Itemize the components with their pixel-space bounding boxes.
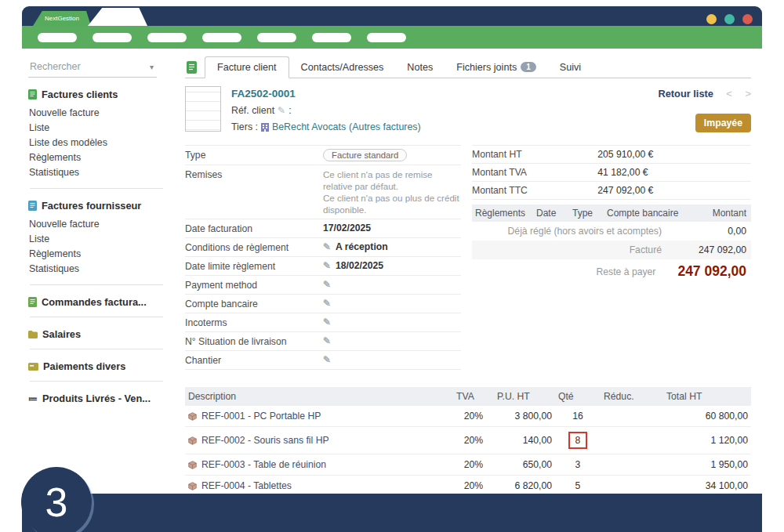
remise-note-2: Ce client n'a pas ou plus de crédit disp…	[323, 192, 461, 215]
field-row-date-limite: Date limite règlement ✎18/02/2025	[185, 257, 461, 276]
product-link[interactable]: REF-0001 - PC Portable HP	[188, 411, 450, 422]
product-link[interactable]: REF-0003 - Table de réuinion	[188, 459, 450, 470]
cell-total: 1 120,00	[663, 427, 751, 454]
sidebar-item-nouvelle-facture[interactable]: Nouvelle facture	[28, 105, 166, 120]
section-header[interactable]: Factures fournisseur	[28, 200, 166, 212]
step-badge: 3	[21, 467, 92, 532]
field-label: Date limite règlement	[185, 260, 323, 272]
remaining-row: Reste à payer 247 092,00	[472, 259, 751, 284]
sidebar-item-statistiques-fournisseur[interactable]: Statistiques	[28, 261, 166, 276]
product-cube-icon	[188, 436, 197, 445]
menu-pill	[312, 33, 351, 42]
edit-pencil-icon[interactable]: ✎	[323, 354, 331, 365]
col-reglements: Règlements	[475, 208, 536, 219]
minimize-dot-icon[interactable]	[706, 14, 717, 24]
lines-header-row: Description TVA P.U. HT Qté Réduc. Total…	[185, 387, 751, 406]
field-row-chantier: Chantier ✎	[185, 351, 461, 370]
sidebar-item-nouvelle-facture-fournisseur[interactable]: Nouvelle facture	[28, 216, 166, 231]
field-label: Type	[185, 149, 323, 161]
sidebar-section-factures-clients: Factures clients Nouvelle facture Liste …	[28, 89, 166, 179]
already-paid-label: Déjà réglé (hors avoirs et acomptes)	[508, 226, 662, 237]
cell-tva: 20%	[453, 427, 494, 454]
tab-contacts-adresses[interactable]: Contacts/Adresses	[289, 57, 396, 78]
search-select[interactable]: Rechercher ▾	[28, 58, 157, 78]
total-label: Montant TTC	[472, 185, 597, 196]
tab-notes[interactable]: Notes	[395, 57, 445, 78]
divider	[30, 349, 163, 349]
sidebar-item-liste-fournisseur[interactable]: Liste	[28, 231, 166, 246]
invoice-doc-icon	[187, 61, 197, 74]
product-desc: REF-0004 - Tablettes	[201, 480, 292, 491]
sidebar-item-liste-modeles[interactable]: Liste des modèles	[28, 135, 166, 150]
ref-client-label: Réf. client	[231, 105, 274, 116]
section-header[interactable]: ≔ Produits Livrés - Ven...	[28, 393, 166, 404]
total-ttc-row: Montant TTC 247 092,00 €	[472, 182, 751, 200]
edit-pencil-icon[interactable]: ✎	[323, 335, 331, 346]
billed-row: Facturé 247 092,00	[472, 241, 751, 259]
tabbar: Facture client Contacts/Adresses Notes F…	[185, 55, 751, 78]
cell-reduc	[601, 406, 663, 427]
product-link[interactable]: REF-0004 - Tablettes	[188, 480, 450, 491]
col-type: Type	[572, 208, 607, 219]
table-row: REF-0003 - Table de réuinion 20% 650,00 …	[185, 454, 751, 476]
chevron-down-icon: ▾	[150, 63, 154, 71]
cell-qty: 16	[555, 406, 601, 427]
qty-highlight-box: 8	[568, 432, 588, 449]
edit-pencil-icon[interactable]: ✎	[323, 279, 331, 290]
invoice-fields-table: Type Facture standard Remises Ce client …	[185, 145, 461, 370]
section-title: Commandes factura...	[42, 296, 147, 308]
section-header[interactable]: Paiements divers	[28, 360, 166, 372]
section-title: Salaires	[42, 328, 81, 340]
menu-pill	[93, 33, 132, 42]
product-link[interactable]: REF-0002 - Souris sans fil HP	[188, 435, 450, 446]
edit-pencil-icon[interactable]: ✎	[278, 105, 285, 116]
edit-pencil-icon[interactable]: ✎	[323, 241, 331, 252]
tab-fichiers-joints[interactable]: Fichiers joints1	[445, 57, 548, 78]
sidebar-section-salaires: Salaires	[28, 328, 166, 340]
field-label: Payment method	[185, 279, 323, 291]
search-placeholder: Rechercher	[30, 61, 81, 72]
cell-tva: 20%	[453, 406, 494, 427]
section-header[interactable]: Factures clients	[28, 89, 166, 100]
brand-tab[interactable]: NextGestion	[33, 11, 91, 26]
company-link[interactable]: BeRecht Avocats	[272, 121, 346, 132]
sidebar-item-statistiques[interactable]: Statistiques	[28, 165, 166, 179]
sidebar-item-liste[interactable]: Liste	[28, 120, 166, 135]
prev-chevron-icon[interactable]: <	[726, 88, 732, 100]
product-desc: REF-0003 - Table de réuinion	[201, 459, 326, 470]
back-to-list-link[interactable]: Retour liste	[659, 88, 713, 100]
col-total-ht: Total HT	[663, 387, 751, 406]
invoice-thumbnail[interactable]	[185, 86, 221, 132]
section-title: Produits Livrés - Ven...	[42, 393, 151, 404]
field-value: 17/02/2025	[323, 223, 371, 233]
browser-tab[interactable]	[88, 8, 147, 26]
tab-facture-client[interactable]: Facture client	[205, 56, 289, 78]
next-chevron-icon[interactable]: >	[745, 88, 751, 100]
edit-pencil-icon[interactable]: ✎	[323, 298, 331, 309]
edit-pencil-icon[interactable]: ✎	[323, 317, 331, 328]
section-title: Factures clients	[42, 89, 118, 100]
section-header[interactable]: Commandes factura...	[28, 296, 166, 308]
window-controls	[706, 14, 753, 24]
tab-suivi[interactable]: Suivi	[548, 57, 593, 78]
col-pu-ht: P.U. HT	[494, 387, 555, 406]
billed-value: 247 092,00	[684, 244, 746, 255]
field-label: Date facturation	[185, 223, 323, 234]
field-row-type: Type Facture standard	[185, 145, 461, 165]
product-cube-icon	[188, 461, 197, 469]
sidebar-item-reglements-fournisseur[interactable]: Règlements	[28, 246, 166, 261]
remaining-label: Reste à payer	[597, 266, 656, 277]
company-note: (Autres factures)	[349, 121, 421, 132]
edit-pencil-icon[interactable]: ✎	[323, 260, 331, 271]
amounts-summary: Montant HT 205 910,00 € Montant TVA 41 1…	[472, 145, 751, 370]
section-title: Factures fournisseur	[42, 200, 141, 212]
close-dot-icon[interactable]	[742, 14, 753, 24]
maximize-dot-icon[interactable]	[724, 14, 735, 24]
section-header[interactable]: Salaires	[28, 328, 166, 340]
field-label: Incoterms	[185, 317, 323, 328]
screenshot-canvas: NextGestion Rechercher ▾ Factures client…	[0, 0, 784, 532]
company-building-icon	[261, 123, 269, 132]
sidebar-item-reglements[interactable]: Règlements	[28, 150, 166, 165]
field-row-incoterms: Incoterms ✎	[185, 313, 461, 332]
product-cube-icon	[188, 412, 197, 421]
